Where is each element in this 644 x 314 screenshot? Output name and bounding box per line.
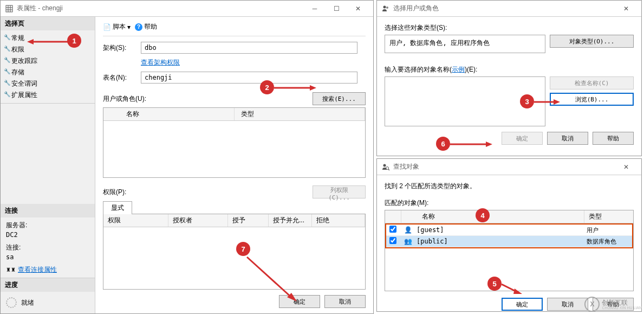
annotation-3: 3 <box>520 94 534 108</box>
column-permissions-button: 列权限(C)... <box>313 185 366 198</box>
row-checkbox[interactable] <box>389 237 396 244</box>
row-name: [guest] <box>413 225 583 235</box>
schema-input[interactable] <box>141 42 357 54</box>
window-title: 表属性 - chengji <box>17 4 304 13</box>
script-dropdown[interactable]: 📄 脚本 ▾ <box>103 22 131 31</box>
sidebar-item-security-predicates[interactable]: 🔧安全谓词 <box>1 78 95 89</box>
table-name-label: 表名(N): <box>103 73 141 82</box>
row-name: [public] <box>413 236 583 246</box>
pcol-with-grant[interactable]: 授予并允... <box>269 214 312 227</box>
matched-objects-grid[interactable]: 名称 类型 👤 [guest] 用户 👥 [public] 数据库角色 <box>385 210 634 291</box>
svg-marker-15 <box>554 99 560 105</box>
connection-value: sa <box>6 253 89 261</box>
permissions-grid[interactable]: 权限 授权者 授予 授予并允... 拒绝 <box>103 214 366 290</box>
example-link[interactable]: 示例 <box>452 66 465 73</box>
table-name-input[interactable] <box>141 72 357 84</box>
watermark-text: 创新互联 <box>602 299 642 306</box>
cancel-button[interactable]: 取消 <box>324 295 366 308</box>
browse-button[interactable]: 浏览(B)... <box>550 93 634 106</box>
spinner-icon <box>6 297 17 308</box>
close-button[interactable]: ✕ <box>347 1 369 16</box>
grid-row-public[interactable]: 👥 [public] 数据库角色 <box>386 236 632 247</box>
sidebar-item-permissions[interactable]: 🔧权限 <box>1 44 95 55</box>
sidebar-item-change-tracking[interactable]: 🔧更改跟踪 <box>1 55 95 67</box>
ok-button[interactable]: 确定 <box>502 298 543 311</box>
svg-line-20 <box>247 257 292 298</box>
close-button[interactable]: ✕ <box>615 1 637 16</box>
cancel-button[interactable]: 取消 <box>547 132 588 145</box>
help-button[interactable]: ? 帮助 <box>135 22 157 31</box>
main-panel: 📄 脚本 ▾ ? 帮助 架构(S): 查看架构权限 表名(N): <box>95 17 373 313</box>
chevron-down-icon: ▾ <box>127 23 131 31</box>
wrench-icon: 🔧 <box>4 46 10 52</box>
close-button[interactable]: ✕ <box>615 159 637 175</box>
object-types-button[interactable]: 对象类型(O)... <box>550 35 634 48</box>
col-type-header[interactable]: 类型 <box>235 108 366 120</box>
search-users-icon <box>381 163 390 171</box>
server-label: 服务器: <box>6 221 89 230</box>
ok-button[interactable]: 确定 <box>502 132 543 145</box>
col-check-header[interactable] <box>385 210 401 223</box>
permissions-label: 权限(P): <box>103 188 126 197</box>
found-count-text: 找到 2 个匹配所选类型的对象。 <box>385 182 634 191</box>
connection-icon: ♜♜ <box>6 267 16 273</box>
svg-point-7 <box>383 164 386 166</box>
pcol-permission[interactable]: 权限 <box>103 214 168 227</box>
svg-marker-13 <box>310 85 316 91</box>
users-icon <box>381 4 390 13</box>
annotation-selection-box: 👤 [guest] 用户 👥 [public] 数据库角色 <box>385 223 633 248</box>
row-type: 数据库角色 <box>583 236 632 247</box>
select-page-header: 选择页 <box>1 17 95 30</box>
check-names-button: 检查名称(C) <box>550 76 634 89</box>
sidebar-item-extended-props[interactable]: 🔧扩展属性 <box>1 89 95 101</box>
server-value: DC2 <box>6 231 89 239</box>
svg-line-9 <box>388 169 389 170</box>
maximize-button[interactable]: ☐ <box>326 1 347 16</box>
watermark: X 创新互联 CHUANG XIN HU LIAN <box>584 297 642 312</box>
pcol-grant[interactable]: 授予 <box>228 214 269 227</box>
view-schema-permissions-link[interactable]: 查看架构权限 <box>141 58 366 67</box>
object-types-box: 用户, 数据库角色, 应用程序角色 <box>385 35 545 53</box>
wrench-icon: 🔧 <box>4 80 10 86</box>
titlebar[interactable]: 选择用户或角色 ✕ <box>377 1 641 17</box>
grid-row-guest[interactable]: 👤 [guest] 用户 <box>386 225 632 236</box>
view-connection-props-link[interactable]: 查看连接属性 <box>18 265 57 274</box>
wrench-icon: 🔧 <box>4 91 10 97</box>
select-types-label: 选择这些对象类型(S): <box>385 23 634 33</box>
row-checkbox[interactable] <box>389 226 396 233</box>
cancel-button[interactable]: 取消 <box>547 298 588 311</box>
svg-point-6 <box>386 7 388 9</box>
annotation-4: 4 <box>476 208 490 222</box>
matched-objects-label: 匹配的对象(M): <box>385 198 634 208</box>
user-role-grid[interactable]: 名称 类型 <box>103 107 366 178</box>
titlebar[interactable]: 表属性 - chengji ─ ☐ ✕ <box>1 1 373 17</box>
wrench-icon: 🔧 <box>4 68 10 74</box>
wrench-icon: 🔧 <box>4 57 10 63</box>
sidebar-item-storage[interactable]: 🔧存储 <box>1 67 95 78</box>
script-icon: 📄 <box>103 23 111 31</box>
annotation-6: 6 <box>436 137 450 151</box>
wrench-icon: 🔧 <box>4 34 10 40</box>
titlebar[interactable]: 查找对象 ✕ <box>377 159 641 175</box>
help-button[interactable]: 帮助 <box>593 132 634 145</box>
col-name-header[interactable]: 名称 <box>401 210 584 223</box>
col-type-header[interactable]: 类型 <box>584 210 633 223</box>
connection-label: 连接: <box>6 243 89 252</box>
search-button[interactable]: 搜索(E)... <box>313 92 366 105</box>
svg-marker-19 <box>486 142 492 147</box>
role-icon: 👥 <box>402 238 413 245</box>
select-users-window: 选择用户或角色 ✕ 选择这些对象类型(S): 用户, 数据库角色, 应用程序角色… <box>376 0 642 156</box>
pcol-deny[interactable]: 拒绝 <box>312 214 365 227</box>
progress-status: 就绪 <box>21 298 34 307</box>
annotation-5: 5 <box>487 277 502 291</box>
svg-marker-11 <box>27 39 34 44</box>
minimize-button[interactable]: ─ <box>304 1 326 16</box>
connection-header: 连接 <box>1 204 95 217</box>
tab-explicit[interactable]: 显式 <box>103 201 132 214</box>
table-icon <box>5 4 14 13</box>
annotation-2: 2 <box>260 80 274 94</box>
user-icon: 👤 <box>402 226 413 234</box>
pcol-grantor[interactable]: 授权者 <box>168 214 228 227</box>
col-name-header[interactable]: 名称 <box>103 108 235 120</box>
svg-marker-17 <box>513 289 522 294</box>
